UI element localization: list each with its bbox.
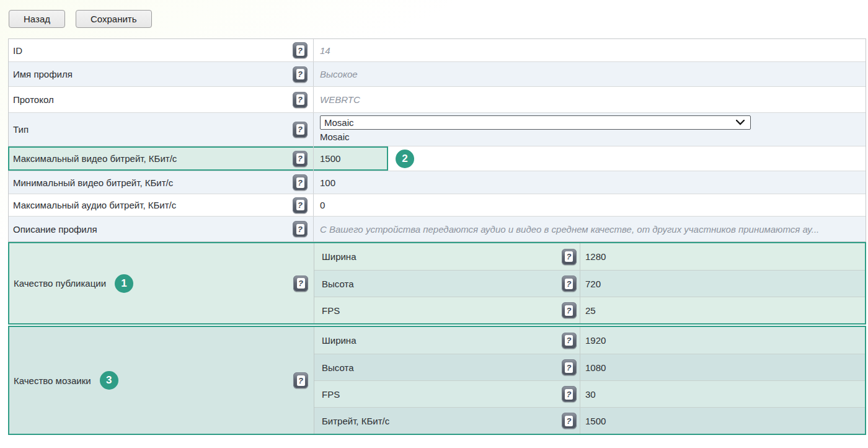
- id-value: 14: [313, 39, 866, 61]
- help-icon[interactable]: ?: [293, 174, 308, 190]
- help-icon[interactable]: ?: [562, 413, 577, 429]
- bitrate-value[interactable]: 1500: [580, 408, 865, 434]
- help-icon[interactable]: ?: [562, 276, 577, 292]
- type-label: Тип: [9, 124, 287, 135]
- help-icon[interactable]: ?: [293, 197, 308, 213]
- fps-label: FPS: [314, 389, 558, 400]
- row-publish-height: Высота ? 720: [314, 270, 865, 297]
- min-video-bitrate-label: Минимальный видео битрейт, КБит/с: [9, 177, 287, 188]
- mosaic-quality-table: Ширина ? 1920 Высота ? 1080 FPS ? 30 Бит…: [314, 327, 865, 434]
- row-mosaic-bitrate: Битрейт, КБит/с ? 1500: [314, 407, 865, 434]
- row-mosaic-width: Ширина ? 1920: [314, 327, 865, 354]
- row-publish-width: Ширина ? 1280: [314, 243, 865, 270]
- row-max-video-bitrate: Максимальный видео битрейт, КБит/с ? 150…: [9, 146, 866, 171]
- row-description: Описание профиля ? С Вашего устройства п…: [9, 216, 866, 241]
- max-audio-bitrate-value[interactable]: 0: [313, 194, 866, 216]
- height-value[interactable]: 1080: [580, 354, 865, 380]
- bitrate-label: Битрейт, КБит/с: [314, 416, 558, 426]
- help-icon[interactable]: ?: [562, 333, 577, 349]
- publish-quality-table: Ширина ? 1280 Высота ? 720 FPS ? 25: [314, 243, 865, 323]
- height-value[interactable]: 720: [580, 271, 865, 297]
- type-select-caption: Mosaic: [320, 132, 350, 142]
- annotation-badge-2: 2: [396, 150, 414, 168]
- row-mosaic-height: Высота ? 1080: [314, 354, 865, 380]
- save-button[interactable]: Сохранить: [76, 10, 152, 28]
- row-protocol: Протокол ? WEBRTC: [9, 86, 866, 112]
- help-icon[interactable]: ?: [293, 42, 308, 58]
- row-min-video-bitrate: Минимальный видео битрейт, КБит/с ? 100: [9, 171, 866, 194]
- help-icon[interactable]: ?: [293, 66, 308, 83]
- publish-quality-label: Качество публикации: [14, 278, 106, 289]
- row-max-audio-bitrate: Максимальный аудио битрейт, КБит/с ? 0: [9, 194, 866, 216]
- help-icon[interactable]: ?: [562, 386, 577, 402]
- profile-name-value: Высокое: [313, 62, 866, 86]
- row-profile-name: Имя профиля ? Высокое: [9, 61, 866, 86]
- annotation-badge-1: 1: [115, 274, 133, 293]
- fps-value[interactable]: 25: [580, 297, 865, 323]
- width-label: Ширина: [314, 335, 558, 346]
- help-icon[interactable]: ?: [293, 372, 308, 388]
- protocol-value: WEBRTC: [313, 87, 866, 112]
- help-icon[interactable]: ?: [562, 359, 577, 375]
- width-value[interactable]: 1280: [580, 243, 865, 270]
- fps-value[interactable]: 30: [580, 381, 865, 407]
- type-select-value: Mosaic: [324, 117, 354, 128]
- type-select[interactable]: Mosaic: [320, 115, 751, 130]
- fps-label: FPS: [314, 305, 558, 316]
- help-icon[interactable]: ?: [293, 122, 308, 138]
- help-icon[interactable]: ?: [293, 276, 308, 292]
- max-audio-bitrate-label: Максимальный аудио битрейт, КБит/с: [9, 200, 287, 210]
- protocol-label: Протокол: [9, 94, 287, 105]
- row-type: Тип ? Mosaic Mosaic: [9, 112, 866, 146]
- max-video-bitrate-label: Максимальный видео битрейт, КБит/с: [9, 153, 287, 164]
- row-mosaic-fps: FPS ? 30: [314, 380, 865, 407]
- back-button[interactable]: Назад: [9, 10, 65, 28]
- height-label: Высота: [314, 279, 558, 289]
- chevron-down-icon: [736, 120, 745, 125]
- profile-name-label: Имя профиля: [9, 69, 287, 79]
- help-icon[interactable]: ?: [293, 151, 308, 167]
- id-label: ID: [9, 45, 287, 56]
- row-id: ID ? 14: [9, 39, 866, 61]
- description-value: С Вашего устройства передаются аудио и в…: [313, 217, 866, 241]
- mosaic-quality-label: Качество мозаики: [14, 375, 91, 386]
- profile-form: ID ? 14 Имя профиля ? Высокое Протокол ?…: [8, 38, 866, 435]
- annotation-badge-3: 3: [100, 371, 118, 390]
- help-icon[interactable]: ?: [293, 92, 308, 108]
- row-publish-fps: FPS ? 25: [314, 297, 865, 323]
- description-label: Описание профиля: [9, 224, 287, 235]
- width-value[interactable]: 1920: [580, 327, 865, 354]
- toolbar: Назад Сохранить: [0, 0, 868, 28]
- help-icon[interactable]: ?: [293, 221, 308, 237]
- section-publish-quality: Качество публикации 1 ? Ширина ? 1280 Вы…: [8, 242, 866, 325]
- section-mosaic-quality: Качество мозаики 3 ? Ширина ? 1920 Высот…: [8, 326, 866, 435]
- width-label: Ширина: [314, 251, 558, 262]
- help-icon[interactable]: ?: [562, 302, 577, 318]
- help-icon[interactable]: ?: [562, 249, 577, 265]
- height-label: Высота: [314, 362, 558, 373]
- min-video-bitrate-value[interactable]: 100: [313, 171, 866, 194]
- form-table: ID ? 14 Имя профиля ? Высокое Протокол ?…: [8, 38, 866, 242]
